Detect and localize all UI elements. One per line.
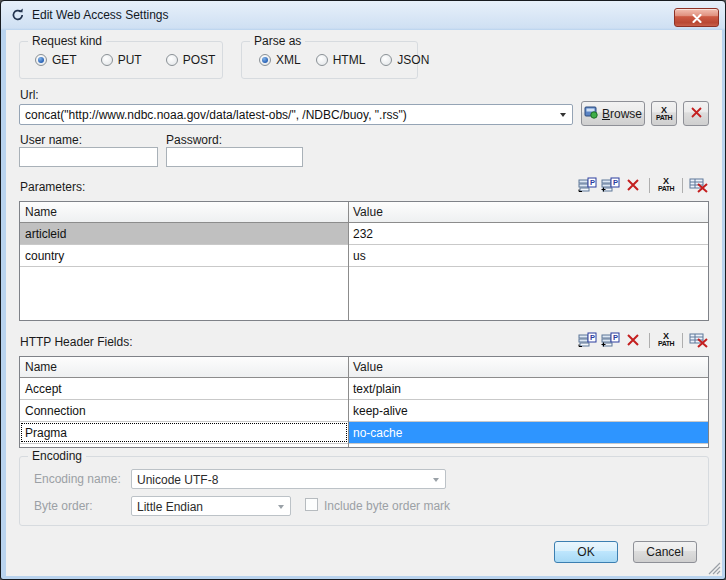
radio-xml-label: XML bbox=[276, 53, 301, 67]
titlebar[interactable]: Edit Web Access Settings bbox=[1, 1, 725, 29]
request-kind-group: Request kind GET PUT POST bbox=[19, 41, 223, 79]
svg-text:P: P bbox=[613, 333, 618, 342]
parameter-xpath-icon[interactable]: X PATH bbox=[656, 176, 676, 194]
radio-xml-dot bbox=[259, 54, 271, 66]
encoding-name-select: Unicode UTF-8 bbox=[131, 469, 446, 489]
radio-json-dot bbox=[380, 54, 392, 66]
radio-post[interactable]: POST bbox=[166, 53, 216, 67]
username-input[interactable] bbox=[19, 147, 158, 167]
radio-json[interactable]: JSON bbox=[380, 53, 429, 67]
cancel-button[interactable]: Cancel bbox=[633, 541, 697, 563]
radio-get-label: GET bbox=[52, 53, 77, 67]
delete-all-headers-icon[interactable] bbox=[689, 331, 709, 349]
radio-xml[interactable]: XML bbox=[259, 53, 301, 67]
delete-x-icon bbox=[690, 106, 703, 122]
append-parameter-icon[interactable]: P bbox=[600, 176, 620, 194]
http-headers-label: HTTP Header Fields: bbox=[20, 335, 132, 349]
bom-label: Include byte order mark bbox=[324, 499, 450, 513]
url-combobox[interactable]: concat("http://www.ndbc.noaa.gov/data/la… bbox=[19, 104, 573, 125]
ok-button[interactable]: OK bbox=[554, 541, 618, 563]
radio-html[interactable]: HTML bbox=[316, 53, 366, 67]
url-dropdown-icon[interactable] bbox=[560, 113, 566, 117]
parameters-table: Name Value articleid 232 country us bbox=[19, 201, 709, 321]
xpath-icon-path: PATH bbox=[656, 114, 672, 121]
url-clear-button[interactable] bbox=[683, 101, 709, 126]
parameter-name-cell[interactable]: country bbox=[20, 245, 348, 266]
parse-as-group: Parse as XML HTML JSON bbox=[241, 41, 418, 79]
svg-text:P: P bbox=[613, 178, 618, 187]
column-header-name[interactable]: Name bbox=[20, 357, 348, 377]
url-xpath-button[interactable]: X PATH bbox=[651, 101, 677, 126]
parameter-name-cell[interactable]: articleid bbox=[20, 223, 348, 244]
parameter-row[interactable]: country us bbox=[20, 245, 708, 267]
svg-text:P: P bbox=[590, 333, 595, 342]
dialog-title: Edit Web Access Settings bbox=[32, 8, 169, 22]
header-xpath-icon[interactable]: X PATH bbox=[656, 331, 676, 349]
parameter-value-cell[interactable]: us bbox=[348, 245, 708, 266]
header-row[interactable]: Pragma no-cache bbox=[20, 422, 708, 444]
radio-html-label: HTML bbox=[333, 53, 366, 67]
dropdown-icon bbox=[278, 505, 284, 509]
password-input[interactable] bbox=[166, 147, 303, 167]
xpath-icon-x: X bbox=[663, 178, 669, 185]
header-name-cell[interactable]: Connection bbox=[20, 400, 348, 421]
parameters-label: Parameters: bbox=[20, 180, 85, 194]
parameter-row[interactable]: articleid 232 bbox=[20, 223, 708, 245]
xpath-icon-x: X bbox=[663, 333, 669, 340]
browse-button[interactable]: Browse bbox=[581, 101, 645, 126]
toolbar-separator bbox=[682, 178, 683, 193]
web-refresh-icon bbox=[10, 7, 26, 23]
close-icon bbox=[692, 9, 702, 27]
radio-put-label: PUT bbox=[118, 53, 142, 67]
parameters-toolbar: P P bbox=[577, 175, 709, 195]
byte-order-value: Little Endian bbox=[137, 500, 203, 514]
column-divider[interactable] bbox=[348, 357, 349, 447]
header-value-cell[interactable]: keep-alive bbox=[348, 400, 708, 421]
column-divider[interactable] bbox=[348, 202, 349, 320]
dropdown-icon bbox=[433, 478, 439, 482]
url-label: Url: bbox=[20, 88, 39, 102]
radio-put[interactable]: PUT bbox=[101, 53, 142, 67]
column-header-value[interactable]: Value bbox=[348, 202, 708, 222]
header-row[interactable]: Connection keep-alive bbox=[20, 400, 708, 422]
radio-html-dot bbox=[316, 54, 328, 66]
browse-label: Browse bbox=[602, 107, 642, 121]
insert-parameter-icon[interactable]: P bbox=[577, 176, 597, 194]
url-value: concat("http://www.ndbc.noaa.gov/data/la… bbox=[25, 108, 407, 122]
header-name-cell[interactable]: Accept bbox=[20, 378, 348, 399]
delete-all-parameters-icon[interactable] bbox=[689, 176, 709, 194]
radio-get[interactable]: GET bbox=[35, 53, 77, 67]
column-header-value[interactable]: Value bbox=[348, 357, 708, 377]
byte-order-label: Byte order: bbox=[34, 499, 93, 513]
encoding-group: Encoding bbox=[19, 456, 709, 526]
column-header-name[interactable]: Name bbox=[20, 202, 348, 222]
append-header-icon[interactable]: P bbox=[600, 331, 620, 349]
header-value-cell[interactable]: text/plain bbox=[348, 378, 708, 399]
http-headers-toolbar: P P bbox=[577, 330, 709, 350]
radio-put-dot bbox=[101, 54, 113, 66]
delete-header-icon[interactable] bbox=[623, 331, 643, 349]
dialog-body: Request kind GET PUT POST Parse as bbox=[6, 30, 722, 576]
resize-grip-icon[interactable] bbox=[707, 561, 721, 575]
password-label: Password: bbox=[166, 133, 222, 147]
drive-icon bbox=[584, 105, 598, 122]
cancel-label: Cancel bbox=[646, 545, 683, 559]
header-name-cell[interactable]: Pragma bbox=[20, 422, 348, 443]
ok-label: OK bbox=[577, 545, 594, 559]
parameter-value-cell[interactable]: 232 bbox=[348, 223, 708, 244]
toolbar-separator bbox=[649, 178, 650, 193]
delete-parameter-icon[interactable] bbox=[623, 176, 643, 194]
xpath-icon-path: PATH bbox=[658, 185, 674, 192]
xpath-icon-path: PATH bbox=[658, 340, 674, 347]
http-headers-table: Name Value Accept text/plain Connection … bbox=[19, 356, 709, 448]
svg-text:P: P bbox=[590, 178, 595, 187]
edit-web-access-settings-dialog: Edit Web Access Settings Request kind GE… bbox=[0, 0, 726, 580]
encoding-name-value: Unicode UTF-8 bbox=[137, 473, 218, 487]
insert-header-icon[interactable]: P bbox=[577, 331, 597, 349]
header-row[interactable]: Accept text/plain bbox=[20, 378, 708, 400]
encoding-legend: Encoding bbox=[28, 449, 86, 463]
xpath-icon-x: X bbox=[661, 107, 667, 114]
radio-get-dot bbox=[35, 54, 47, 66]
close-button[interactable] bbox=[674, 8, 719, 27]
header-value-cell[interactable]: no-cache bbox=[348, 422, 708, 443]
